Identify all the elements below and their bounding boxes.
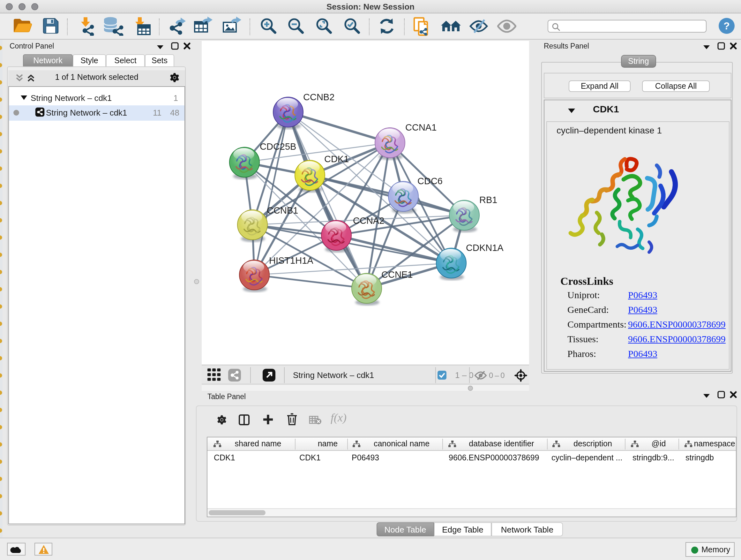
svg-text:CCNB2: CCNB2 [303, 92, 334, 102]
svg-text:HIST1H1A: HIST1H1A [269, 255, 313, 266]
svg-text:?: ? [724, 20, 730, 32]
svg-text:CCNB1: CCNB1 [267, 205, 298, 215]
svg-text:CDC6: CDC6 [417, 176, 443, 186]
svg-text:RB1: RB1 [479, 195, 497, 205]
svg-text:CCNA2: CCNA2 [353, 215, 384, 226]
svg-text:CCNE1: CCNE1 [381, 269, 413, 280]
svg-text:CCNA1: CCNA1 [405, 122, 436, 132]
svg-text:CDKN1A: CDKN1A [466, 243, 503, 253]
svg-text:CDK1: CDK1 [324, 154, 349, 164]
svg-text:CDC25B: CDC25B [260, 141, 296, 152]
